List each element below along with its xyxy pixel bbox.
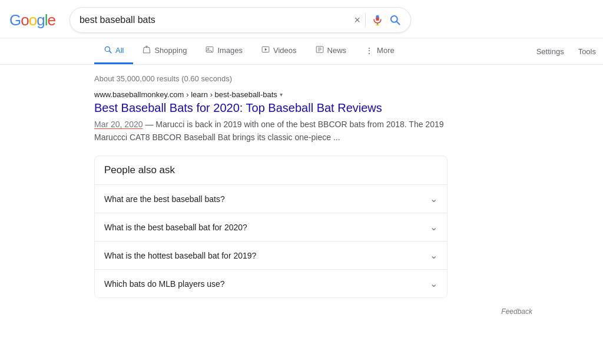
videos-icon xyxy=(261,45,270,55)
images-icon xyxy=(206,45,214,55)
result-path: › learn › best-baseball-bats xyxy=(186,90,277,99)
logo-letter-g2: g xyxy=(37,11,44,29)
news-icon xyxy=(316,45,324,55)
tab-news-label: News xyxy=(327,46,347,55)
svg-marker-13 xyxy=(265,48,267,51)
tab-all[interactable]: All xyxy=(94,38,133,64)
paa-item-1[interactable]: What are the best baseball bats? ⌄ xyxy=(95,184,447,213)
search-input[interactable] xyxy=(79,15,354,25)
logo-letter-o1: o xyxy=(21,11,28,29)
shopping-icon xyxy=(143,45,151,55)
svg-rect-4 xyxy=(376,15,379,18)
paa-question-3: What is the hottest baseball bat for 201… xyxy=(104,251,256,260)
search-button[interactable] xyxy=(389,14,401,26)
search-result: www.baseballmonkey.com › learn › best-ba… xyxy=(94,90,448,144)
paa-chevron-1: ⌄ xyxy=(430,193,438,204)
search-bar: × xyxy=(69,7,411,33)
settings-link[interactable]: Settings xyxy=(529,40,571,63)
logo-letter-o2: o xyxy=(29,11,37,29)
result-snippet: Mar 20, 2020 — Marucci is back in 2019 w… xyxy=(94,118,448,144)
tab-images[interactable]: Images xyxy=(196,38,252,64)
tab-shopping[interactable]: Shopping xyxy=(133,38,196,64)
paa-title: People also ask xyxy=(95,156,447,184)
tab-more-label: More xyxy=(377,46,395,55)
url-dropdown-icon[interactable]: ▾ xyxy=(280,91,283,98)
paa-chevron-2: ⌄ xyxy=(430,221,438,233)
paa-item-4[interactable]: Which bats do MLB players use? ⌄ xyxy=(95,269,447,297)
clear-icon[interactable]: × xyxy=(354,14,360,27)
tab-videos-label: Videos xyxy=(273,46,297,55)
tab-images-label: Images xyxy=(217,46,243,55)
feedback-row: Feedback xyxy=(94,303,542,320)
svg-line-7 xyxy=(396,22,399,25)
tab-videos[interactable]: Videos xyxy=(252,38,306,64)
paa-chevron-4: ⌄ xyxy=(430,278,438,289)
result-url: www.baseballmonkey.com › learn › best-ba… xyxy=(94,90,448,99)
logo-letter-g: G xyxy=(9,11,21,29)
google-logo[interactable]: Google xyxy=(9,11,55,29)
all-icon xyxy=(104,45,112,55)
paa-question-1: What are the best baseball bats? xyxy=(104,194,225,204)
logo-letter-e: e xyxy=(47,11,55,29)
paa-question-4: Which bats do MLB players use? xyxy=(104,279,225,289)
tab-shopping-label: Shopping xyxy=(154,46,187,55)
svg-rect-10 xyxy=(207,47,214,52)
content-area: About 35,000,000 results (0.60 seconds) … xyxy=(0,65,448,303)
paa-item-2[interactable]: What is the best baseball bat for 2020? … xyxy=(95,213,447,241)
tools-link[interactable]: Tools xyxy=(571,40,603,63)
results-count: About 35,000,000 results (0.60 seconds) xyxy=(94,70,448,90)
microphone-icon[interactable] xyxy=(370,13,385,27)
search-divider xyxy=(365,13,366,27)
people-also-ask-box: People also ask What are the best baseba… xyxy=(94,155,448,298)
more-dots-icon: ⋮ xyxy=(365,46,373,55)
paa-question-2: What is the best baseball bat for 2020? xyxy=(104,223,247,232)
nav-tabs: All Shopping Images Videos News ⋮ More S… xyxy=(0,38,603,65)
paa-chevron-3: ⌄ xyxy=(430,250,438,261)
tab-news[interactable]: News xyxy=(306,38,356,64)
svg-point-11 xyxy=(208,48,209,49)
feedback-link[interactable]: Feedback xyxy=(501,307,532,316)
paa-item-3[interactable]: What is the hottest baseball bat for 201… xyxy=(95,241,447,269)
result-domain: www.baseballmonkey.com xyxy=(94,90,184,99)
tab-more[interactable]: ⋮ More xyxy=(356,39,404,64)
svg-line-9 xyxy=(109,51,111,53)
result-title-link[interactable]: Best Baseball Bats for 2020: Top Basebal… xyxy=(94,100,448,115)
result-date: Mar 20, 2020 xyxy=(94,120,143,129)
header: Google × xyxy=(0,0,603,38)
tab-all-label: All xyxy=(115,46,124,55)
result-snippet-text: — Marucci is back in 2019 with one of th… xyxy=(94,120,444,142)
